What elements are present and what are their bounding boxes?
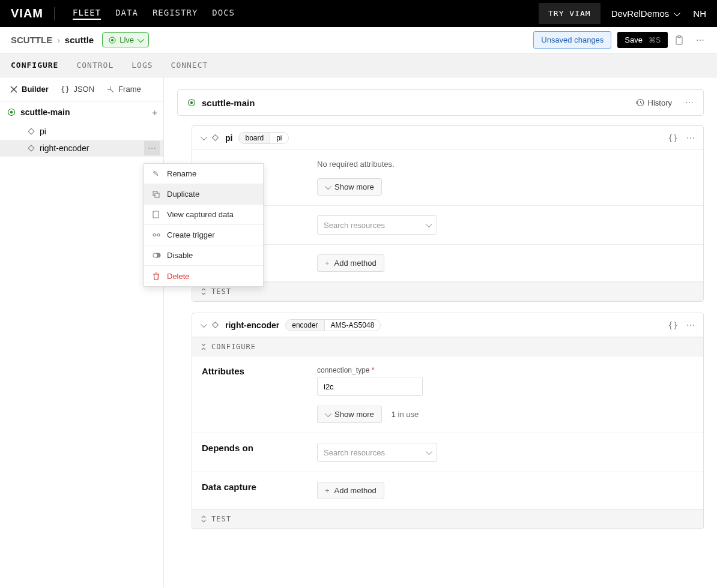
connection-type-input[interactable] — [317, 377, 423, 396]
ctx-rename[interactable]: ✎ Rename — [144, 164, 263, 184]
unsaved-badge: Unsaved changes — [533, 31, 611, 49]
chevron-down-icon — [201, 320, 207, 327]
svg-point-11 — [153, 234, 156, 236]
show-more-button[interactable]: Show more — [317, 406, 382, 423]
svg-point-16 — [190, 101, 193, 104]
connection-type-label: connection_type * — [317, 366, 694, 374]
frame-icon — [106, 85, 115, 94]
ctx-create-trigger[interactable]: Create trigger — [144, 225, 263, 245]
depends-on-select[interactable]: Search resources — [317, 443, 437, 462]
chevron-down-icon — [138, 35, 144, 42]
toggle-icon — [153, 253, 161, 258]
tree-item-pi[interactable]: pi — [0, 123, 163, 140]
ctx-duplicate[interactable]: Duplicate — [144, 184, 263, 205]
svg-rect-20 — [213, 322, 219, 328]
nav-docs[interactable]: DOCS — [212, 8, 235, 20]
add-method-button[interactable]: + Add method — [317, 254, 384, 272]
history-button[interactable]: History — [636, 98, 672, 107]
org-selector[interactable]: DevRelDemos — [611, 8, 679, 19]
breadcrumb-current[interactable]: scuttle — [65, 35, 94, 45]
broadcast-icon — [109, 37, 116, 44]
trigger-icon — [153, 231, 161, 239]
svg-rect-10 — [153, 211, 159, 218]
divider — [54, 7, 55, 20]
nav-fleet[interactable]: FLEET — [73, 8, 101, 20]
save-button[interactable]: Save ⌘S — [617, 32, 668, 48]
chevron-down-icon — [426, 221, 432, 227]
nav-data[interactable]: DATA — [115, 8, 138, 20]
svg-rect-19 — [213, 135, 219, 141]
tab-control[interactable]: CONTROL — [76, 61, 113, 70]
svg-point-0 — [111, 39, 113, 41]
pencil-icon: ✎ — [153, 169, 161, 178]
context-menu: ✎ Rename Duplicate View captured data Cr… — [144, 163, 264, 287]
save-label: Save — [625, 35, 643, 44]
component-name: pi — [225, 133, 232, 143]
clipboard-icon[interactable] — [675, 35, 687, 45]
tree-item-right-encoder[interactable]: right-encoder ⋯ — [0, 140, 163, 157]
more-icon[interactable]: ⋯ — [144, 141, 160, 155]
breadcrumb-sep: › — [57, 35, 60, 45]
component-header[interactable]: right-encoder encoder AMS-AS5048 {} ⋯ — [192, 313, 703, 337]
machine-title: scuttle-main — [202, 98, 255, 108]
chevron-down-icon — [426, 448, 432, 455]
user-avatar[interactable]: NH — [693, 8, 706, 19]
in-use-label: 1 in use — [392, 410, 419, 419]
status-pill[interactable]: Live — [102, 32, 149, 47]
plus-icon: + — [325, 486, 330, 495]
test-section-bar[interactable]: TEST — [192, 282, 703, 301]
tabs-bar: CONFIGURE CONTROL LOGS CONNECT — [0, 53, 717, 77]
component-name: right-encoder — [225, 320, 279, 330]
configure-section-bar[interactable]: CONFIGURE — [192, 337, 703, 356]
nav-registry[interactable]: REGISTRY — [153, 8, 198, 20]
test-section-bar[interactable]: TEST — [192, 509, 703, 529]
save-shortcut: ⌘S — [649, 36, 661, 44]
braces-icon[interactable]: {} — [668, 133, 678, 143]
more-icon[interactable]: ⋯ — [694, 35, 706, 45]
tab-connect[interactable]: CONNECT — [171, 61, 208, 70]
tab-logs[interactable]: LOGS — [132, 61, 153, 70]
mode-frame[interactable]: Frame — [106, 85, 141, 94]
tab-configure[interactable]: CONFIGURE — [11, 61, 58, 70]
broadcast-icon — [187, 98, 196, 107]
breadcrumb-parent[interactable]: SCUTTLE — [11, 35, 52, 45]
attributes-section: No required attributes. Show more — [192, 150, 703, 206]
mode-json[interactable]: {} JSON — [61, 85, 94, 94]
try-viam-button[interactable]: TRY VIAM — [539, 3, 601, 24]
attributes-section: Attributes connection_type * Show more 1… — [192, 356, 703, 433]
ctx-delete[interactable]: Delete — [144, 266, 263, 286]
svg-point-12 — [157, 234, 160, 236]
depends-on-select[interactable]: Search resources — [317, 215, 437, 235]
component-header[interactable]: pi board pi {} ⋯ — [192, 126, 703, 150]
document-icon — [153, 211, 161, 218]
tree-root[interactable]: scuttle-main + — [0, 101, 163, 123]
data-capture-label: Data capture — [202, 482, 317, 499]
chevron-down-icon — [674, 9, 680, 16]
chevron-down-icon — [325, 410, 331, 416]
ctx-disable[interactable]: Disable — [144, 245, 263, 266]
mode-builder[interactable]: Builder — [10, 85, 49, 94]
history-icon — [636, 98, 644, 107]
breadcrumb-bar: SCUTTLE › scuttle Live Unsaved changes S… — [0, 27, 717, 53]
diamond-icon — [28, 128, 35, 135]
data-capture-section: Data capture + Add method — [192, 245, 703, 282]
braces-icon[interactable]: {} — [668, 320, 678, 330]
depends-on-label: Depends on — [202, 443, 317, 462]
more-icon[interactable]: ⋯ — [686, 320, 695, 330]
svg-rect-9 — [155, 193, 159, 197]
ctx-view-data[interactable]: View captured data — [144, 205, 263, 225]
depends-on-section: Search resources — [192, 206, 703, 245]
collapse-icon — [201, 343, 207, 350]
type-model-pill: board pi — [238, 132, 288, 144]
more-icon[interactable]: ⋯ — [686, 133, 695, 143]
logo: VIAM — [11, 7, 43, 20]
sidebar-modes: Builder {} JSON Frame — [0, 77, 163, 101]
sidebar: Builder {} JSON Frame scuttle-main + pi … — [0, 77, 164, 587]
more-icon[interactable]: ⋯ — [685, 98, 694, 107]
svg-rect-6 — [28, 128, 34, 134]
svg-rect-7 — [28, 145, 34, 151]
add-icon[interactable]: + — [152, 107, 157, 118]
show-more-button[interactable]: Show more — [317, 178, 382, 196]
tools-icon — [10, 85, 18, 94]
add-method-button[interactable]: + Add method — [317, 482, 384, 499]
